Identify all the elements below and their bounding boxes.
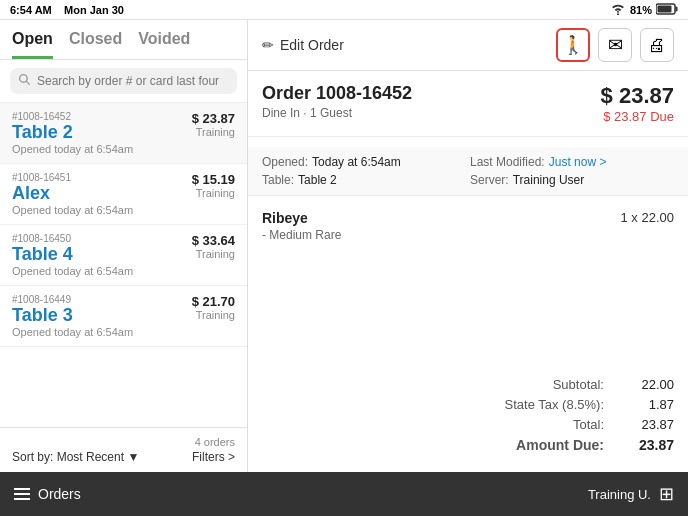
subtotal-value: 22.00 xyxy=(624,377,674,392)
pencil-icon: ✏ xyxy=(262,37,274,53)
line-item-price: 1 x 22.00 xyxy=(621,210,675,225)
person-button[interactable]: 🚶 xyxy=(556,28,590,62)
svg-rect-2 xyxy=(676,6,678,11)
order-time: Opened today at 6:54am xyxy=(12,204,235,216)
amount-due-label: Amount Due: xyxy=(474,437,604,453)
server-label: Server: xyxy=(470,173,509,187)
list-item[interactable]: $ 21.70 Training #1008-16449 Table 3 Ope… xyxy=(0,286,247,347)
sidebar-footer: 4 orders Sort by: Most Recent ▼ Filters … xyxy=(0,427,247,472)
edit-order-label: Edit Order xyxy=(280,37,344,53)
total-value: 23.87 xyxy=(624,417,674,432)
order-items: Ribeye - Medium Rare 1 x 22.00 xyxy=(248,196,688,367)
mail-button[interactable]: ✉ xyxy=(598,28,632,62)
order-totals: Subtotal: 22.00 State Tax (8.5%): 1.87 T… xyxy=(248,367,688,472)
amount-due-value: 23.87 xyxy=(624,437,674,453)
tab-open[interactable]: Open xyxy=(12,30,53,59)
search-container xyxy=(0,60,247,103)
order-tag: Training xyxy=(192,187,235,199)
due-price: $ 23.87 Due xyxy=(601,109,674,124)
expand-icon[interactable]: ⊞ xyxy=(659,483,674,505)
line-item-name: Ribeye xyxy=(262,210,341,226)
tax-value: 1.87 xyxy=(624,397,674,412)
table-value: Table 2 xyxy=(298,173,337,187)
user-label: Training U. xyxy=(588,487,651,502)
order-tag: Training xyxy=(192,126,235,138)
status-bar: 6:54 AM Mon Jan 30 81% xyxy=(0,0,688,20)
line-item: Ribeye - Medium Rare 1 x 22.00 xyxy=(262,210,674,242)
order-tag: Training xyxy=(192,309,235,321)
header-actions: 🚶 ✉ 🖨 xyxy=(556,28,674,62)
wifi-icon xyxy=(610,3,626,17)
battery-visual xyxy=(656,3,678,17)
order-amount: $ 33.64 xyxy=(192,233,235,248)
sort-button[interactable]: Sort by: Most Recent ▼ xyxy=(12,450,139,464)
tab-voided[interactable]: Voided xyxy=(138,30,190,59)
status-time: 6:54 AM xyxy=(10,4,52,16)
order-subtitle: Dine In · 1 Guest xyxy=(262,106,412,120)
opened-value: Today at 6:54am xyxy=(312,155,401,169)
order-time: Opened today at 6:54am xyxy=(12,265,235,277)
subtotal-label: Subtotal: xyxy=(474,377,604,392)
opened-label: Opened: xyxy=(262,155,308,169)
sidebar-tabs: Open Closed Voided xyxy=(0,20,247,60)
order-time: Opened today at 6:54am xyxy=(12,326,235,338)
tax-label: State Tax (8.5%): xyxy=(474,397,604,412)
last-modified-value[interactable]: Just now > xyxy=(549,155,607,169)
total-label: Total: xyxy=(474,417,604,432)
list-item[interactable]: $ 23.87 Training #1008-16452 Table 2 Ope… xyxy=(0,103,247,164)
line-item-modifier: - Medium Rare xyxy=(262,228,341,242)
status-time-date: 6:54 AM Mon Jan 30 xyxy=(10,4,124,16)
print-button[interactable]: 🖨 xyxy=(640,28,674,62)
svg-line-5 xyxy=(26,81,29,84)
list-item[interactable]: $ 15.19 Training #1008-16451 Alex Opened… xyxy=(0,164,247,225)
bottom-left: Orders xyxy=(14,486,81,502)
order-count: 4 orders xyxy=(12,436,235,448)
status-date: Mon Jan 30 xyxy=(64,4,124,16)
search-input[interactable] xyxy=(37,74,229,88)
order-amount: $ 23.87 xyxy=(192,111,235,126)
total-price: $ 23.87 xyxy=(601,83,674,109)
order-meta: Opened: Today at 6:54am Last Modified: J… xyxy=(248,147,688,196)
order-summary: Order 1008-16452 Dine In · 1 Guest $ 23.… xyxy=(248,71,688,137)
svg-point-0 xyxy=(617,13,619,15)
list-item[interactable]: $ 33.64 Training #1008-16450 Table 4 Ope… xyxy=(0,225,247,286)
order-detail: ✏ Edit Order 🚶 ✉ 🖨 Order 1008-16452 Dine… xyxy=(248,20,688,472)
bottom-right: Training U. ⊞ xyxy=(588,483,674,505)
battery-icon: 81% xyxy=(630,4,652,16)
orders-list: $ 23.87 Training #1008-16452 Table 2 Ope… xyxy=(0,103,247,427)
order-detail-header: ✏ Edit Order 🚶 ✉ 🖨 xyxy=(248,20,688,71)
table-label: Table: xyxy=(262,173,294,187)
order-title: Order 1008-16452 xyxy=(262,83,412,104)
order-amount: $ 15.19 xyxy=(192,172,235,187)
server-value: Training User xyxy=(513,173,585,187)
sidebar: Open Closed Voided xyxy=(0,20,248,472)
orders-menu-label[interactable]: Orders xyxy=(38,486,81,502)
svg-rect-3 xyxy=(658,5,672,12)
last-modified-label: Last Modified: xyxy=(470,155,545,169)
order-amount: $ 21.70 xyxy=(192,294,235,309)
bottom-bar: Orders Training U. ⊞ xyxy=(0,472,688,516)
tab-closed[interactable]: Closed xyxy=(69,30,122,59)
order-time: Opened today at 6:54am xyxy=(12,143,235,155)
order-tag: Training xyxy=(192,248,235,260)
search-icon xyxy=(18,73,31,89)
hamburger-menu[interactable] xyxy=(14,488,30,500)
filter-button[interactable]: Filters > xyxy=(192,450,235,464)
